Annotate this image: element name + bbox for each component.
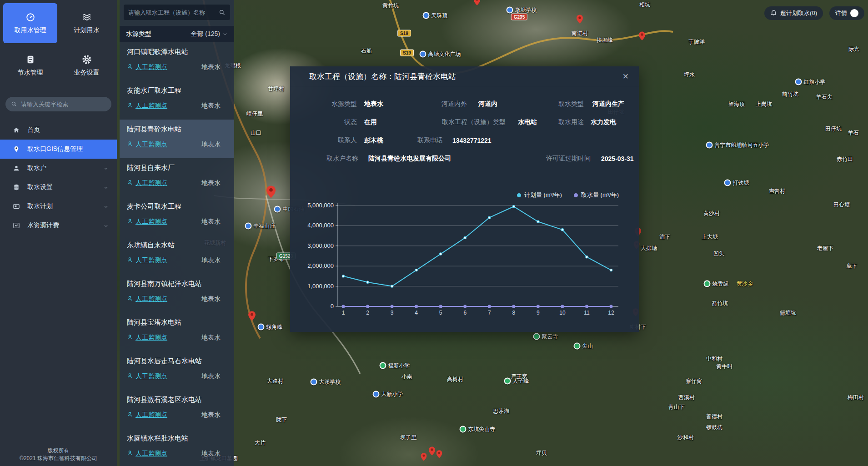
station-list-item[interactable]: 陆河县南万镇杞洋水电站人工监测点地表水 [120,274,234,313]
map-poi-marker[interactable]: 聚云寺 [533,333,558,341]
poi-label: 普宁市船埔镇河五小学 [715,141,769,149]
chevron-down-icon [222,31,228,37]
map-poi-marker[interactable]: 大新小学 [373,391,403,398]
map-place-label: 甘坪村 [268,85,284,93]
details-toggle[interactable] [850,9,858,17]
red-pin-icon[interactable] [266,185,276,200]
red-pin-icon[interactable] [437,450,442,460]
map-place-label: 际光 [848,45,859,53]
map-poi-marker[interactable]: 大溪学校 [311,378,341,386]
sidebar-search[interactable] [5,97,111,111]
station-list-item[interactable]: 陆河县水唇走马石水电站人工监测点地表水 [120,351,234,390]
map-poi-marker[interactable]: 螺角峰 [258,323,283,331]
poi-label: 墩塘学校 [515,6,537,14]
monitor-label: 人工监测点 [135,63,167,71]
detail-field: 河道内外河道内 [414,100,497,109]
station-search-input[interactable] [128,9,219,16]
blue-poi-icon [258,324,265,331]
map-place-label: 坝子里 [400,434,416,441]
field-label: 取水工程（设施）类型 [414,118,506,126]
red-pin-icon[interactable] [577,15,583,25]
map-poi-marker[interactable]: 幸福山庄 [245,222,276,230]
red-pin-icon[interactable] [474,0,480,7]
station-list-item[interactable]: 麦卡公司取水工程人工监测点地表水 [120,197,234,236]
road-shield: G235 [511,14,527,20]
sidebar-item-user[interactable]: 取水户 [0,159,117,178]
station-list-item[interactable]: 河口镇唱歌潭水电站人工监测点地表水 [120,42,234,81]
sidebar-search-input[interactable] [21,101,106,108]
station-list-item[interactable]: 友能水厂取水工程人工监测点地表水 [120,81,234,120]
map-place-label: 西溪村 [678,394,695,401]
map-place-label: 羊石 [848,129,859,137]
sidebar-item-db[interactable]: 取水设置 [0,178,117,197]
module-label: 计划用水 [74,26,100,35]
map-poi-marker[interactable]: 打铁塘 [724,179,749,187]
sidebar-item-plan[interactable]: 取水计划 [0,197,117,216]
sidebar-item-billing[interactable]: 水资源计费 [0,216,117,235]
map-poi-marker[interactable]: 福新小学 [380,362,410,370]
svg-text:3: 3 [391,310,394,316]
station-search[interactable] [124,5,230,20]
map-place-label: 陇下 [276,416,287,424]
map-poi-marker[interactable]: 人子峰 [504,377,529,385]
poi-label: 福新小学 [388,362,410,370]
sidebar-item-home[interactable]: 首页 [0,120,117,140]
map-place-label: 坪贝 [536,449,547,457]
red-pin-icon[interactable] [429,446,435,457]
over-plan-label: 超计划取水(0) [780,9,817,17]
map-place-label: 坪水 [684,71,695,79]
station-list-item[interactable]: 水唇镇水栏肚水电站人工监测点地表水 [120,429,234,466]
green-poi-icon [704,281,711,287]
map-poi-marker[interactable]: 普宁市船埔镇河五小学 [706,141,769,149]
chevron-down-icon [103,204,109,209]
station-list-item[interactable]: 陆河县激石溪老区水电站人工监测点地表水 [120,390,234,429]
close-icon[interactable]: ✕ [622,72,629,81]
station-list-item[interactable]: 陆河县自来水厂人工监测点地表水 [120,158,234,197]
monitor-type: 人工监测点 [127,295,167,303]
home-icon [13,126,20,134]
module-gauge[interactable]: 取用水管理 [3,3,57,43]
map-poi-marker[interactable]: 东坑尖山寺 [460,426,496,433]
road-shield: S19 [397,30,411,37]
station-list-item[interactable]: 陆河县青砼水电站人工监测点地表水 [120,120,234,158]
map-place-label: 小南 [401,373,412,381]
station-list-item[interactable]: 陆河县宝塔水电站人工监测点地表水 [120,313,234,351]
module-gear[interactable]: 业务设置 [60,45,114,85]
monitor-type: 人工监测点 [127,63,167,71]
modal-header: 取水工程（设施）名称：陆河县青砼水电站 ✕ [290,66,639,87]
green-poi-icon [504,378,511,385]
blue-poi-icon [724,180,731,186]
over-plan-button[interactable]: 超计划取水(0) [764,6,823,20]
map-place-label: 田心塘 [833,201,850,209]
map-poi-marker[interactable]: 高塘文化广场 [420,50,461,58]
pin-icon [13,145,20,153]
poi-label: 天珠顶 [431,12,448,20]
map-place-label: 吉告村 [769,187,785,195]
map-place-label: 大片 [255,439,266,447]
sidebar-item-pin[interactable]: 取水口GIS信息管理 [0,140,117,159]
filter-dropdown[interactable]: 全部 (125) [191,30,228,38]
red-pin-icon[interactable] [248,311,256,323]
map-poi-marker[interactable]: 天珠顶 [423,12,448,20]
red-pin-icon[interactable] [639,31,645,42]
station-list-item[interactable]: 东坑镇自来水站人工监测点地表水 [120,236,234,274]
red-pin-icon[interactable] [421,453,427,463]
map-poi-marker[interactable]: 烧香缘 [704,280,729,288]
module-waves[interactable]: 计划用水 [60,3,114,43]
map-poi-marker[interactable]: 红旗小学 [795,78,826,86]
legend-dot [574,193,578,197]
poi-label: 高塘文化广场 [428,50,461,58]
map-poi-marker[interactable]: 尖山 [574,342,593,350]
chevron-down-icon [103,223,109,228]
map-poi-marker[interactable]: 墩塘学校 [507,6,537,14]
details-pill[interactable]: 详情 [829,6,864,20]
map-place-label: 黄沙村 [703,210,720,217]
sidebar-item-label: 水资源计费 [27,221,59,230]
sidebar-item-label: 首页 [27,126,40,134]
blue-poi-icon [373,391,380,398]
map-place-label: 溜下 [659,233,670,241]
sidebar-item-label: 取水设置 [27,183,53,191]
module-doc[interactable]: 节水管理 [3,45,57,85]
legend-label: 计划量 (m³/年) [524,191,562,199]
doc-icon [25,55,35,65]
